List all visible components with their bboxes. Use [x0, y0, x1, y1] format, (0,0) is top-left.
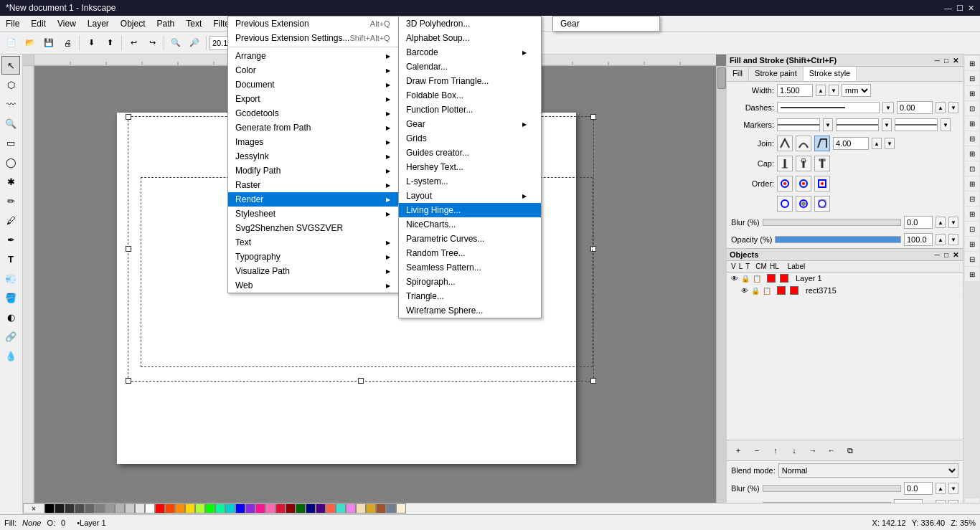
zoom-in-btn[interactable]: 🔍 — [167, 34, 184, 52]
obj-blur-up-btn[interactable]: ▲ — [936, 483, 946, 494]
obj-move-up-btn[interactable]: ↑ — [767, 442, 784, 459]
swatch-1[interactable] — [55, 503, 65, 514]
pen-tool[interactable]: 🖊 — [1, 211, 20, 229]
connector-tool[interactable]: 🔗 — [1, 327, 20, 346]
dashes-offset-input[interactable] — [897, 101, 933, 114]
swatch-5[interactable] — [95, 503, 105, 514]
render-foldable-box[interactable]: Foldable Box... — [399, 88, 541, 103]
menu-layer[interactable]: Layer — [82, 16, 115, 31]
panel-close-btn[interactable]: ✕ — [951, 57, 960, 65]
order-btn-4[interactable] — [777, 196, 793, 212]
cap-round-btn[interactable] — [796, 156, 811, 171]
undo-btn[interactable]: ↩ — [125, 34, 142, 52]
swatch-19[interactable] — [286, 503, 296, 514]
objects-item-rect[interactable]: 👁 🔒 📋 rect3715 — [727, 285, 963, 297]
order-btn-2[interactable] — [796, 176, 811, 191]
snap-btn-3[interactable]: ⊞ — [965, 86, 979, 100]
menu-object[interactable]: Object — [115, 16, 151, 31]
render-calendar[interactable]: Calendar... — [399, 60, 541, 74]
ext-gcodetools[interactable]: Gcodetools ▶ — [228, 106, 405, 120]
obj-remove-btn[interactable]: − — [748, 442, 765, 459]
render-spirograph[interactable]: Spirograph... — [399, 275, 541, 289]
order-btn-6[interactable] — [814, 196, 830, 212]
open-btn[interactable]: 📂 — [22, 34, 39, 52]
ext-jessyink[interactable]: JessyInk ▶ — [228, 149, 405, 164]
zoom-out-btn[interactable]: 🔎 — [186, 34, 203, 52]
calligraphy-tool[interactable]: ✒ — [1, 230, 20, 249]
render-function-plotter[interactable]: Function Plotter... — [399, 103, 541, 117]
ext-generate-from-path[interactable]: Generate from Path ▶ — [228, 120, 405, 135]
snap-btn-13[interactable]: ⊞ — [965, 237, 979, 251]
swatch-14[interactable] — [225, 503, 235, 514]
swatch-blue[interactable] — [235, 503, 245, 514]
obj-indent-btn[interactable]: → — [804, 442, 821, 459]
swatch-7[interactable] — [115, 503, 125, 514]
node-tool[interactable]: ⬡ — [1, 75, 20, 94]
render-hershey-text[interactable]: Hershey Text... — [399, 160, 541, 174]
handle-tr[interactable] — [590, 114, 596, 120]
snap-btn-12[interactable]: ⊡ — [965, 222, 979, 236]
dropper-tool[interactable]: 💧 — [1, 346, 20, 365]
snap-btn-2[interactable]: ⊟ — [965, 71, 979, 85]
swatch-16[interactable] — [255, 503, 265, 514]
minimize-btn[interactable]: — — [944, 4, 952, 13]
dashes-down-btn[interactable]: ▼ — [948, 102, 958, 113]
snap-btn-5[interactable]: ⊞ — [965, 116, 979, 131]
ext-text[interactable]: Text ▶ — [228, 235, 405, 250]
obj-clip-icon-2[interactable]: 📋 — [763, 287, 771, 295]
swatch-4[interactable] — [85, 503, 95, 514]
order-btn-3[interactable] — [814, 176, 830, 191]
render-guides-creator[interactable]: Guides creator... — [399, 146, 541, 160]
close-btn[interactable]: ✕ — [968, 4, 974, 13]
handle-bl[interactable] — [126, 378, 131, 384]
handle-ml[interactable] — [126, 246, 131, 252]
star-tool[interactable]: ✱ — [1, 172, 20, 191]
cap-square-btn[interactable] — [814, 156, 830, 171]
maximize-btn[interactable]: ☐ — [956, 4, 963, 13]
swatch-11[interactable] — [175, 503, 185, 514]
order-btn-5[interactable] — [796, 196, 811, 212]
join-round-btn[interactable] — [796, 136, 811, 151]
opacity-up-btn[interactable]: ▲ — [936, 234, 946, 245]
obj-add-btn[interactable]: + — [730, 442, 747, 459]
menu-text[interactable]: Text — [180, 16, 207, 31]
obj-clip-icon-1[interactable]: 📋 — [753, 275, 761, 283]
blend-select[interactable]: NormalMultiplyScreenOverlay — [778, 463, 958, 478]
handle-br[interactable] — [590, 378, 596, 384]
join-bevel-btn[interactable] — [814, 136, 830, 151]
swatch-28[interactable] — [376, 503, 386, 514]
panel-minimize-btn[interactable]: ─ — [933, 57, 941, 65]
ext-web[interactable]: Web ▶ — [228, 278, 405, 293]
save-btn[interactable]: 💾 — [40, 34, 57, 52]
ext-visualize-path[interactable]: Visualize Path ▶ — [228, 264, 405, 278]
dashes-dropdown-btn[interactable]: ▼ — [882, 102, 894, 113]
snap-btn-11[interactable]: ⊞ — [965, 207, 979, 221]
import-btn[interactable]: ⬇ — [83, 34, 100, 52]
marker-mid[interactable] — [836, 118, 879, 131]
opacity-value-input[interactable] — [904, 233, 933, 246]
join-down-btn[interactable]: ▼ — [885, 138, 895, 149]
render-parametric-curves[interactable]: Parametric Curves... — [399, 232, 541, 246]
marker-mid-btn[interactable]: ▼ — [882, 118, 892, 131]
cap-butt-btn[interactable] — [777, 156, 793, 171]
width-down-btn[interactable]: ▼ — [829, 85, 839, 96]
pencil-tool[interactable]: ✏ — [1, 191, 20, 210]
obj-lock-icon-2[interactable]: 🔒 — [751, 287, 760, 295]
objects-close-btn[interactable]: ✕ — [951, 251, 960, 259]
obj-move-down-btn[interactable]: ↓ — [786, 442, 803, 459]
render-barcode[interactable]: Barcode ▶ — [399, 45, 541, 60]
ext-document[interactable]: Document ▶ — [228, 77, 405, 92]
render-grids[interactable]: Grids — [399, 131, 541, 146]
gradient-tool[interactable]: ◐ — [1, 308, 20, 326]
swatch-10[interactable] — [165, 503, 175, 514]
swatch-6[interactable] — [105, 503, 115, 514]
scrollbar-thumb-v[interactable] — [717, 67, 726, 89]
swatch-9[interactable] — [135, 503, 145, 514]
marker-start-btn[interactable]: ▼ — [823, 118, 833, 131]
ext-images[interactable]: Images ▶ — [228, 135, 405, 149]
tab-fill[interactable]: Fill — [727, 67, 749, 81]
scrollbar-vertical[interactable] — [716, 66, 726, 503]
swatch-30[interactable] — [396, 503, 406, 514]
swatch-24[interactable] — [336, 503, 346, 514]
marker-end-btn[interactable]: ▼ — [941, 118, 951, 131]
